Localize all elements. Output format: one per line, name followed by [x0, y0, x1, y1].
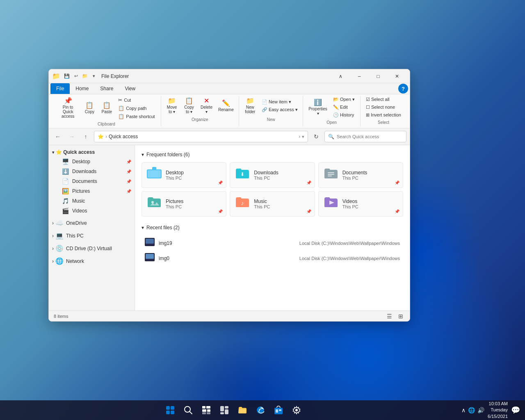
network-chevron: › [52, 258, 54, 264]
recent-file-img0[interactable]: img0 Local Disk (C:)\Windows\Web\Wallpap… [142, 251, 403, 266]
volume-icon[interactable]: 🔊 [477, 407, 484, 413]
videos-folder-pin: 📌 [395, 209, 399, 214]
network-tray-icon[interactable]: 🌐 [468, 407, 475, 413]
quick-access-header[interactable]: ▾ ⭐ Quick access [49, 148, 135, 157]
img19-name: img19 [159, 240, 295, 246]
quick-save-btn[interactable]: 💾 [63, 72, 71, 80]
recent-files-list: img19 Local Disk (C:)\Windows\Web\Wallpa… [142, 235, 403, 266]
img19-path: Local Disk (C:)\Windows\Web\Wallpaper\Wi… [299, 241, 400, 246]
sidebar-item-music[interactable]: 🎵 Music [49, 196, 135, 206]
clock[interactable]: 10:03 AM Tuesday6/15/2021 [488, 401, 508, 420]
quick-undo-btn[interactable]: ↩ [72, 72, 80, 80]
maximize-button[interactable]: □ [369, 70, 388, 83]
search-box[interactable]: 🔍 [324, 131, 406, 142]
edit-button[interactable]: ✏️ Edit [331, 104, 357, 111]
open-button[interactable]: 📂 Open ▾ [331, 96, 357, 103]
img0-name: img0 [159, 256, 295, 261]
large-icons-view-button[interactable]: ⊞ [397, 312, 405, 320]
folder-pictures[interactable]: Pictures This PC 📌 [142, 191, 226, 217]
recent-files-title: Recent files (2) [146, 225, 180, 231]
folder-videos[interactable]: Videos This PC 📌 [318, 191, 403, 217]
svg-rect-30 [225, 409, 228, 414]
rename-button[interactable]: ✏️ Rename [216, 98, 236, 114]
start-button[interactable] [162, 402, 178, 418]
copy-to-icon: 📋 [185, 98, 193, 104]
downloads-pin-icon: 📌 [126, 169, 131, 174]
select-all-button[interactable]: ☑ Select all [363, 96, 404, 103]
edge-button[interactable] [252, 402, 269, 418]
sidebar-item-documents[interactable]: 📄 Documents 📌 [49, 176, 135, 186]
copy-path-icon: 📋 [118, 105, 124, 111]
history-button[interactable]: 🕒 History [331, 112, 357, 119]
sidebar-item-pictures[interactable]: 🖼️ Pictures 📌 [49, 186, 135, 196]
pin-to-quick-access-button[interactable]: 📌 Pin to Quickaccess [55, 96, 80, 120]
minimize-button[interactable]: – [350, 70, 369, 83]
folder-desktop[interactable]: Desktop This PC 📌 [142, 162, 226, 188]
easy-access-button[interactable]: 🔗 Easy access ▾ [259, 106, 300, 113]
quick-redo-btn[interactable]: 📁 [81, 72, 89, 80]
sidebar-documents-label: Documents [72, 178, 97, 184]
tab-file[interactable]: File [50, 83, 70, 94]
sidebar-item-videos[interactable]: 🎬 Videos [49, 206, 135, 216]
search-input[interactable] [337, 134, 403, 139]
select-group: ☑ Select all ☐ Select none ⊞ Invert sele… [361, 96, 406, 126]
cd-drive-header[interactable]: › 💿 CD Drive (D:) Virtuall [49, 243, 135, 254]
chevron-up-icon[interactable]: ∧ [461, 407, 466, 413]
date-display: Tuesday6/15/2021 [488, 407, 508, 420]
copy-to-button[interactable]: 📋 Copyto ▾ [181, 96, 197, 116]
widgets-button[interactable] [216, 402, 233, 418]
quick-menu-btn[interactable]: ▾ [90, 72, 98, 80]
this-pc-header[interactable]: › 💻 This PC [49, 230, 135, 241]
notification-button[interactable]: 💬 [511, 406, 520, 415]
sidebar-item-desktop[interactable]: 🖥️ Desktop 📌 [49, 157, 135, 167]
delete-button[interactable]: ✕ Delete▾ [198, 96, 215, 116]
settings-taskbar-button[interactable] [288, 402, 305, 418]
refresh-button[interactable]: ↻ [310, 131, 322, 142]
paste-shortcut-button[interactable]: 📋 Paste shortcut [116, 113, 157, 120]
music-folder-sub: This PC [254, 204, 309, 209]
downloads-folder-name: Downloads [254, 170, 309, 176]
onedrive-header[interactable]: › ☁️ OneDrive [49, 217, 135, 228]
tab-view[interactable]: View [119, 83, 141, 94]
recent-file-img19[interactable]: img19 Local Disk (C:)\Windows\Web\Wallpa… [142, 235, 403, 251]
tab-share[interactable]: Share [94, 83, 119, 94]
content-panel: ▾ Frequent folders (6) Desktop This PC [135, 145, 410, 310]
copy-path-button[interactable]: 📋 Copy path [116, 105, 157, 112]
tab-home[interactable]: Home [70, 83, 94, 94]
select-buttons: ☑ Select all ☐ Select none ⊞ Invert sele… [363, 96, 404, 119]
path-dropdown-icon[interactable]: ▾ [302, 134, 304, 139]
invert-selection-button[interactable]: ⊞ Invert selection [363, 112, 404, 119]
address-path[interactable]: ⭐ › Quick access › ▾ [94, 131, 308, 142]
ribbon-collapse-btn[interactable]: ∧ [331, 70, 350, 83]
svg-point-36 [295, 409, 298, 411]
up-button[interactable]: ↑ [80, 131, 91, 142]
titlebar-folder-icon: 📁 [52, 72, 60, 80]
window-title: File Explorer [100, 73, 331, 79]
paste-button[interactable]: 📋 Paste [98, 100, 115, 116]
ribbon-toolbar: 📌 Pin to Quickaccess 📋 Copy 📋 Paste ✂ Cu… [49, 94, 410, 128]
folder-music[interactable]: ♪ Music This PC 📌 [230, 191, 315, 217]
forward-button[interactable]: → [66, 131, 78, 142]
svg-rect-15 [146, 254, 154, 259]
new-folder-button[interactable]: 📁 Newfolder [242, 96, 258, 116]
sidebar-music-label: Music [72, 198, 85, 204]
search-taskbar-button[interactable] [180, 402, 196, 418]
copy-button[interactable]: 📋 Copy [81, 100, 98, 116]
new-item-button[interactable]: 📄 New item ▾ [259, 98, 300, 105]
store-button[interactable] [270, 402, 287, 418]
select-none-button[interactable]: ☐ Select none [363, 104, 404, 111]
properties-button[interactable]: ℹ️ Properties▾ [306, 98, 330, 117]
help-button[interactable]: ? [398, 84, 408, 94]
back-button[interactable]: ← [52, 131, 64, 142]
move-to-button[interactable]: 📁 Moveto ▾ [164, 96, 180, 116]
file-explorer-taskbar-button[interactable] [234, 402, 251, 418]
task-view-button[interactable] [198, 402, 215, 418]
folder-downloads[interactable]: ⬇ Downloads This PC 📌 [230, 162, 315, 188]
cut-button[interactable]: ✂ Cut [116, 96, 157, 104]
network-header[interactable]: › 🌐 Network [49, 256, 135, 267]
folder-documents[interactable]: Documents This PC 📌 [318, 162, 403, 188]
videos-sidebar-icon: 🎬 [62, 208, 69, 214]
sidebar-item-downloads[interactable]: ⬇️ Downloads 📌 [49, 167, 135, 176]
close-button[interactable]: ✕ [388, 70, 406, 83]
details-view-button[interactable]: ☰ [385, 312, 393, 320]
